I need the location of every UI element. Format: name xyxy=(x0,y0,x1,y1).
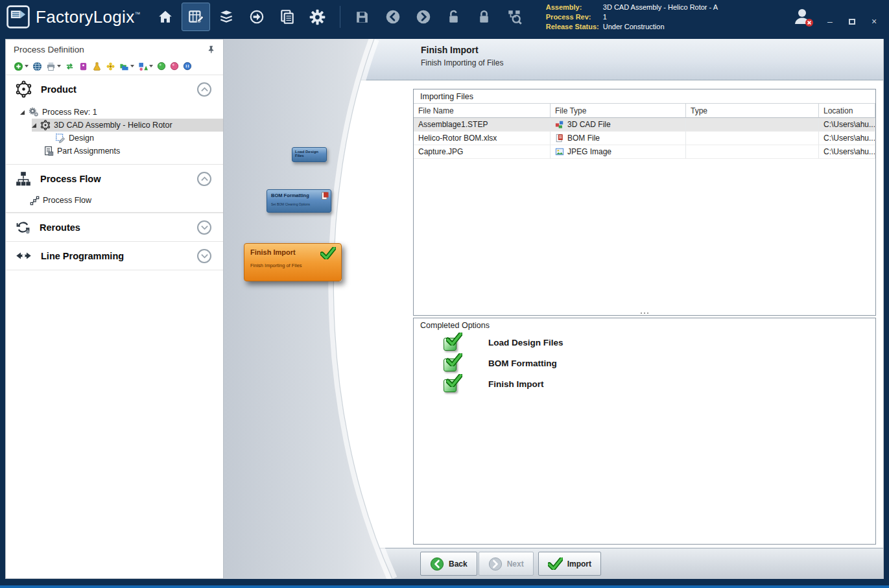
file-type-label: JPEG Image xyxy=(567,147,611,156)
forward-nav-button[interactable] xyxy=(409,3,438,31)
main-area: Finish Import Finish Importing of Files … xyxy=(224,39,884,579)
pin-button[interactable] xyxy=(207,45,215,54)
unlock-button[interactable] xyxy=(440,3,468,31)
flower-button[interactable] xyxy=(106,62,115,71)
save-button[interactable] xyxy=(348,3,377,31)
flask-button[interactable] xyxy=(92,62,102,71)
column-header-file-name[interactable]: File Name xyxy=(414,103,551,118)
import-button-label: Import xyxy=(567,559,591,569)
cell-location: C:\Users\ahu... xyxy=(819,132,875,145)
canvas-swoosh xyxy=(224,39,413,579)
completed-option-label: Finish Import xyxy=(488,379,544,389)
column-header-location[interactable]: Location xyxy=(819,103,875,118)
cell-file-type: 3D CAD File xyxy=(551,118,686,132)
process-definition-panel: Process Definition Product xyxy=(5,39,224,579)
cell-location: C:\Users\ahu... xyxy=(819,118,875,132)
print-icon xyxy=(46,62,56,71)
process-search-button[interactable] xyxy=(501,3,529,31)
expand-line-programming-button[interactable] xyxy=(197,249,211,263)
cell-type xyxy=(686,132,819,145)
hscroll-grip[interactable] xyxy=(641,312,648,314)
unlock-icon xyxy=(445,9,462,25)
back-button[interactable]: Back xyxy=(420,552,477,576)
settings-button[interactable] xyxy=(303,3,332,31)
lock-button[interactable] xyxy=(470,3,499,31)
expand-reroutes-button[interactable] xyxy=(197,220,211,235)
checkmark-icon xyxy=(446,333,462,346)
shapes-button[interactable] xyxy=(138,62,153,71)
pink-status-button[interactable] xyxy=(170,62,179,71)
maximize-button[interactable] xyxy=(846,17,858,26)
process-definition-button[interactable] xyxy=(182,3,210,31)
print-button[interactable] xyxy=(46,62,61,71)
sidebar-section-process-flow[interactable]: Process Flow xyxy=(6,164,223,193)
process-definition-icon xyxy=(187,8,204,25)
sidebar-section-product[interactable]: Product xyxy=(6,75,223,103)
lock-icon xyxy=(476,9,492,25)
logout-user-button[interactable] xyxy=(793,6,814,27)
column-header-type[interactable]: Type xyxy=(686,103,819,118)
back-nav-button[interactable] xyxy=(379,3,407,31)
add-button[interactable] xyxy=(14,62,29,71)
divider xyxy=(6,270,223,270)
import-button[interactable]: Import xyxy=(538,552,601,576)
expander-icon[interactable] xyxy=(32,123,36,128)
part-assignments-icon xyxy=(43,146,54,156)
sidebar-section-line-programming[interactable]: Line Programming xyxy=(6,241,223,270)
tree-label: 3D CAD Assembly - Helico Rotor xyxy=(54,121,172,130)
dropdown-caret-icon xyxy=(25,65,29,67)
collapse-process-flow-button[interactable] xyxy=(197,172,211,186)
next-button-label: Next xyxy=(507,559,524,569)
tree-item-design[interactable]: Design xyxy=(6,132,223,145)
window-controls: – × xyxy=(824,17,880,26)
flow-node-finish-import[interactable]: Finish Import Finish Importing of Files xyxy=(244,243,342,281)
materials-button[interactable] xyxy=(212,3,241,31)
tree-item-process-flow[interactable]: Process Flow xyxy=(6,193,223,208)
tree-item-process-rev[interactable]: Process Rev: 1 xyxy=(6,106,223,119)
process-flow-icon xyxy=(15,171,32,187)
node-subtitle: Set BOM Cleaning Options xyxy=(271,202,327,206)
flow-node-load-design-files[interactable]: Load Design Files xyxy=(292,147,327,162)
green-check-icon xyxy=(444,355,461,372)
pink-circle-icon xyxy=(170,62,179,71)
dropdown-caret-icon xyxy=(130,65,134,67)
blue-status-button[interactable] xyxy=(183,62,192,71)
node-title: Load Design Files xyxy=(295,150,318,158)
cell-file-name: Capture.JPG xyxy=(414,145,551,159)
next-button[interactable]: Next xyxy=(479,552,534,576)
assembly-info: Assembly: 3D CAD Assembly - Helico Rotor… xyxy=(546,3,718,31)
file-row-capture[interactable]: Capture.JPG JPEG Image C:\Users\ahu... xyxy=(414,145,875,159)
sync-button[interactable] xyxy=(65,62,75,71)
folders-button[interactable] xyxy=(119,62,134,71)
file-row-bom[interactable]: Helico-Rotor BOM.xlsx BOM File C:\Users\… xyxy=(414,132,875,145)
minimize-button[interactable]: – xyxy=(824,17,836,26)
release-arrow-icon xyxy=(248,8,265,25)
documents-button[interactable] xyxy=(273,3,302,31)
dropdown-caret-icon xyxy=(57,65,61,67)
completed-option-label: Load Design Files xyxy=(488,338,563,347)
collapse-product-button[interactable] xyxy=(197,82,211,97)
tree-item-assembly[interactable]: 3D CAD Assembly - Helico Rotor xyxy=(32,119,223,132)
green-status-button[interactable] xyxy=(157,62,166,71)
close-button[interactable]: × xyxy=(868,17,880,26)
bom-file-icon xyxy=(555,134,564,143)
tag-button[interactable] xyxy=(78,62,88,71)
sidebar-toolbar xyxy=(6,59,223,75)
file-row-assemblage[interactable]: Assemblage1.STEP 3D CAD File C:\Users\ah… xyxy=(414,118,875,132)
globe-button[interactable] xyxy=(32,62,42,71)
chevron-up-icon xyxy=(201,87,208,92)
tree-item-part-assignments[interactable]: Part Assignments xyxy=(6,145,223,158)
green-check-icon xyxy=(444,334,461,351)
release-button[interactable] xyxy=(243,3,271,31)
column-header-file-type[interactable]: File Type xyxy=(551,103,686,118)
factorylogix-logo: FactoryLogix™ xyxy=(0,5,151,29)
expander-icon[interactable] xyxy=(20,110,25,115)
release-status-label: Release Status: xyxy=(546,22,599,31)
flow-node-bom-formatting[interactable]: BOM Formatting Set BOM Cleaning Options xyxy=(267,189,331,213)
sidebar-section-reroutes[interactable]: Reroutes xyxy=(6,213,223,241)
home-button[interactable] xyxy=(151,3,180,31)
section-label-process-flow: Process Flow xyxy=(40,174,101,184)
documents-icon xyxy=(279,8,296,25)
assembly-value: 3D CAD Assembly - Helico Rotor - A xyxy=(603,3,718,12)
section-label-product: Product xyxy=(41,84,77,95)
